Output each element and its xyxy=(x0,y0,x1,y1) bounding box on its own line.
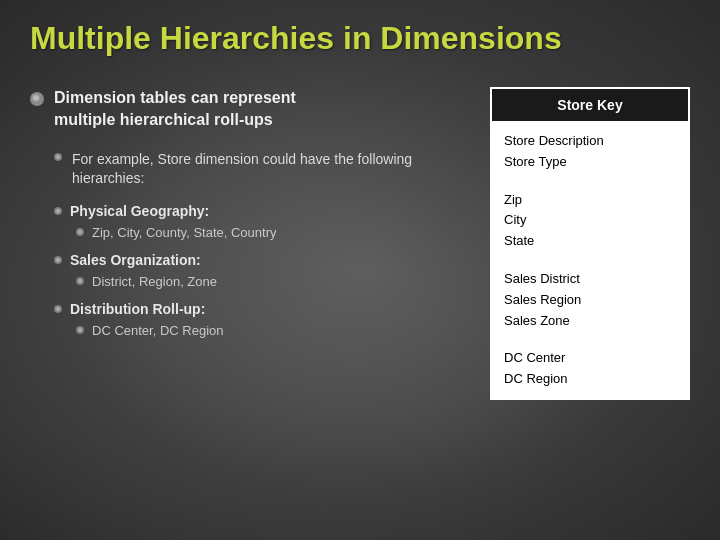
table-row-dc-region: DC Region xyxy=(504,369,676,390)
table-section-1-content: Store Description Store Type xyxy=(492,123,688,181)
distribution-section: Distribution Roll-up: DC Center, DC Regi… xyxy=(54,301,460,338)
slide-title: Multiple Hierarchies in Dimensions xyxy=(30,20,690,57)
content-area: Dimension tables can represent multiple … xyxy=(30,87,690,400)
slide: Multiple Hierarchies in Dimensions Dimen… xyxy=(0,0,720,540)
sales-org-sub-icon xyxy=(76,277,84,285)
sales-org-item: District, Region, Zone xyxy=(76,274,460,289)
distribution-heading: Distribution Roll-up: xyxy=(54,301,460,317)
for-example-bullet-icon xyxy=(54,153,62,161)
store-key-table: Store Key Store Description Store Type Z… xyxy=(490,87,690,400)
table-section-2-content: Zip City State xyxy=(492,182,688,260)
table-row-state: State xyxy=(504,231,676,252)
table-section-3: Sales District Sales Region Sales Zone xyxy=(492,261,688,340)
distribution-icon xyxy=(54,305,62,313)
sales-org-section: Sales Organization: District, Region, Zo… xyxy=(54,252,460,289)
table-row-zip: Zip xyxy=(504,190,676,211)
table-section-3-content: Sales District Sales Region Sales Zone xyxy=(492,261,688,339)
distribution-sub-icon xyxy=(76,326,84,334)
sub-sections: Physical Geography: Zip, City, County, S… xyxy=(54,203,460,338)
main-bullet-text: Dimension tables can represent multiple … xyxy=(54,87,296,132)
physical-geography-heading: Physical Geography: xyxy=(54,203,460,219)
sales-org-icon xyxy=(54,256,62,264)
table-row-store-description: Store Description xyxy=(504,131,676,152)
sales-org-heading: Sales Organization: xyxy=(54,252,460,268)
for-example-text: For example, Store dimension could have … xyxy=(54,150,460,189)
main-bullet: Dimension tables can represent multiple … xyxy=(30,87,460,132)
physical-geography-sub-icon xyxy=(76,228,84,236)
table-section-2: Zip City State xyxy=(492,182,688,261)
physical-geography-section: Physical Geography: Zip, City, County, S… xyxy=(54,203,460,240)
table-row-sales-district: Sales District xyxy=(504,269,676,290)
table-row-sales-region: Sales Region xyxy=(504,290,676,311)
table-row-dc-center: DC Center xyxy=(504,348,676,369)
table-row-sales-zone: Sales Zone xyxy=(504,311,676,332)
physical-geography-icon xyxy=(54,207,62,215)
distribution-item: DC Center, DC Region xyxy=(76,323,460,338)
table-row-store-type: Store Type xyxy=(504,152,676,173)
for-example-bullet: For example, Store dimension could have … xyxy=(54,150,460,189)
physical-geography-item: Zip, City, County, State, Country xyxy=(76,225,460,240)
main-bullet-icon xyxy=(30,92,44,106)
left-panel: Dimension tables can represent multiple … xyxy=(30,87,460,356)
table-section-1: Store Description Store Type xyxy=(492,123,688,182)
table-row-city: City xyxy=(504,210,676,231)
table-section-4-content: DC Center DC Region xyxy=(492,340,688,398)
table-section-4: DC Center DC Region xyxy=(492,340,688,398)
table-header: Store Key xyxy=(492,89,688,123)
